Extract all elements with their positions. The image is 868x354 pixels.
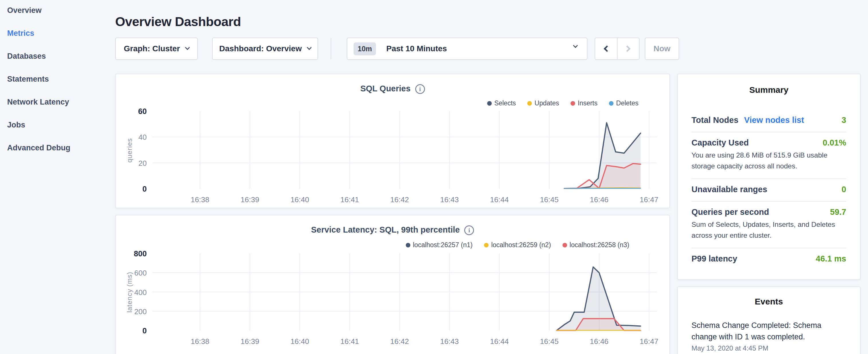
controls-bar: Graph: Cluster Dashboard: Overview 10m P… — [115, 37, 860, 60]
svg-text:16:45: 16:45 — [540, 337, 559, 346]
svg-text:20: 20 — [138, 159, 147, 167]
summary-row-value: 0.01% — [823, 138, 846, 148]
summary-row: Unavailable ranges0 — [691, 179, 846, 201]
svg-text:16:43: 16:43 — [440, 195, 459, 204]
summary-row-label: Total Nodes — [691, 116, 739, 125]
previous-time-button[interactable] — [595, 38, 618, 59]
chevron-down-icon — [573, 43, 578, 48]
summary-row-label: P99 latency — [691, 254, 737, 263]
time-window-badge: 10m — [353, 42, 376, 55]
dashboard-dropdown[interactable]: Dashboard: Overview — [212, 37, 318, 60]
summary-row-label: Unavailable ranges — [691, 185, 767, 194]
sidebar-item-overview[interactable]: Overview — [7, 7, 113, 14]
sidebar-item-metrics[interactable]: Metrics — [7, 30, 113, 37]
events-list: Schema Change Completed: Schema change w… — [691, 320, 846, 352]
graph-dropdown[interactable]: Graph: Cluster — [115, 37, 198, 60]
graph-dropdown-label: Graph: Cluster — [124, 44, 180, 53]
svg-text:16:40: 16:40 — [290, 195, 309, 204]
chevron-right-icon — [624, 45, 631, 52]
divider — [331, 38, 331, 59]
svg-text:60: 60 — [138, 107, 147, 116]
sidebar-item-jobs[interactable]: Jobs — [7, 121, 113, 129]
event-timestamp: May 13, 2020 at 4:45 PM — [691, 344, 846, 352]
time-window-label: Past 10 Minutes — [386, 44, 447, 53]
svg-text:16:39: 16:39 — [241, 337, 259, 346]
time-window-dropdown[interactable]: 10m Past 10 Minutes — [347, 37, 587, 60]
svg-text:0: 0 — [143, 326, 147, 335]
summary-row-subtext: You are using 28.6 MiB of 515.9 GiB usab… — [691, 150, 846, 171]
svg-text:16:41: 16:41 — [340, 337, 359, 346]
svg-text:16:42: 16:42 — [390, 337, 409, 346]
summary-rows: Total NodesView nodes list3Capacity Used… — [691, 110, 846, 270]
svg-text:16:44: 16:44 — [490, 337, 509, 346]
summary-row: Queries per second59.7Sum of Selects, Up… — [691, 201, 846, 248]
svg-text:queries: queries — [125, 138, 133, 163]
sidebar: OverviewMetricsDatabasesStatementsNetwor… — [0, 0, 113, 167]
sql-queries-card: SQL Queriesi SelectsUpdatesInsertsDelete… — [115, 74, 670, 208]
sidebar-item-statements[interactable]: Statements — [7, 75, 113, 83]
view-nodes-link[interactable]: View nodes list — [744, 116, 804, 125]
svg-text:latency (ms): latency (ms) — [125, 272, 133, 313]
summary-row: Capacity Used0.01%You are using 28.6 MiB… — [691, 132, 846, 179]
sidebar-item-network-latency[interactable]: Network Latency — [7, 98, 113, 106]
summary-row-value: 46.1 ms — [816, 254, 846, 263]
svg-text:16:47: 16:47 — [640, 195, 658, 204]
svg-text:16:46: 16:46 — [590, 337, 608, 346]
summary-row-label: Capacity Used — [691, 138, 749, 148]
svg-text:16:47: 16:47 — [640, 337, 658, 346]
svg-text:16:38: 16:38 — [191, 337, 209, 346]
event-text: Schema Change Completed: Schema change w… — [691, 320, 846, 343]
now-button[interactable]: Now — [645, 37, 679, 60]
chevron-down-icon — [185, 45, 190, 50]
svg-text:16:45: 16:45 — [540, 195, 559, 204]
service-latency-chart: 020040060080016:3816:3916:4016:4116:4216… — [116, 215, 671, 354]
svg-text:16:41: 16:41 — [340, 195, 359, 204]
summary-panel: Summary Total NodesView nodes list3Capac… — [677, 74, 861, 280]
summary-row: Total NodesView nodes list3 — [691, 110, 846, 132]
summary-title: Summary — [691, 85, 846, 95]
svg-text:16:39: 16:39 — [241, 195, 259, 204]
svg-text:0: 0 — [143, 185, 147, 193]
summary-row: P99 latency46.1 ms — [691, 248, 846, 270]
events-panel: Events Schema Change Completed: Schema c… — [677, 286, 861, 354]
svg-text:16:38: 16:38 — [191, 195, 209, 204]
svg-text:200: 200 — [134, 307, 147, 316]
chevron-left-icon — [603, 45, 610, 52]
sidebar-item-databases[interactable]: Databases — [7, 53, 113, 60]
svg-text:800: 800 — [134, 250, 147, 258]
svg-text:600: 600 — [134, 269, 147, 277]
event-item[interactable]: Schema Change Completed: Schema change w… — [691, 320, 846, 352]
svg-text:16:42: 16:42 — [390, 195, 409, 204]
summary-row-subtext: Sum of Selects, Updates, Inserts, and De… — [691, 219, 846, 241]
summary-row-label: Queries per second — [691, 207, 769, 217]
summary-row-value: 0 — [842, 185, 846, 194]
svg-text:16:46: 16:46 — [590, 195, 608, 204]
svg-text:16:44: 16:44 — [490, 195, 509, 204]
dashboard-dropdown-label: Dashboard: Overview — [219, 44, 302, 53]
svg-text:400: 400 — [134, 288, 147, 297]
sql-queries-chart: 020406016:3816:3916:4016:4116:4216:4316:… — [116, 74, 671, 209]
time-nav-group — [595, 37, 640, 60]
chevron-down-icon — [307, 45, 311, 50]
svg-text:16:43: 16:43 — [440, 337, 459, 346]
page-title: Overview Dashboard — [115, 14, 241, 29]
service-latency-card: Service Latency: SQL, 99th percentilei l… — [115, 215, 670, 354]
sidebar-item-advanced-debug[interactable]: Advanced Debug — [7, 144, 113, 152]
svg-text:16:40: 16:40 — [290, 337, 309, 346]
summary-row-value: 59.7 — [830, 207, 846, 217]
summary-row-value: 3 — [842, 116, 846, 125]
next-time-button[interactable] — [618, 38, 639, 59]
svg-text:40: 40 — [138, 133, 147, 141]
events-title: Events — [691, 297, 846, 307]
